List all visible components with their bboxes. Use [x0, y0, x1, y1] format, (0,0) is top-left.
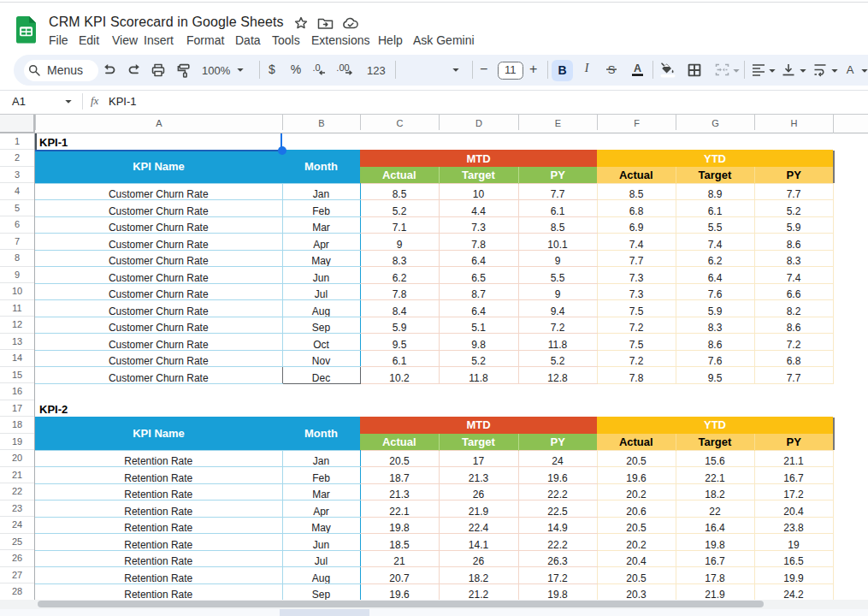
svg-text:.00: .00 [336, 62, 349, 73]
svg-text:.0: .0 [312, 62, 320, 73]
svg-text:$: $ [269, 62, 275, 76]
svg-text:%: % [291, 62, 301, 76]
svg-text:A: A [634, 62, 641, 74]
svg-text:A: A [847, 63, 854, 76]
svg-text:fx: fx [91, 95, 99, 107]
